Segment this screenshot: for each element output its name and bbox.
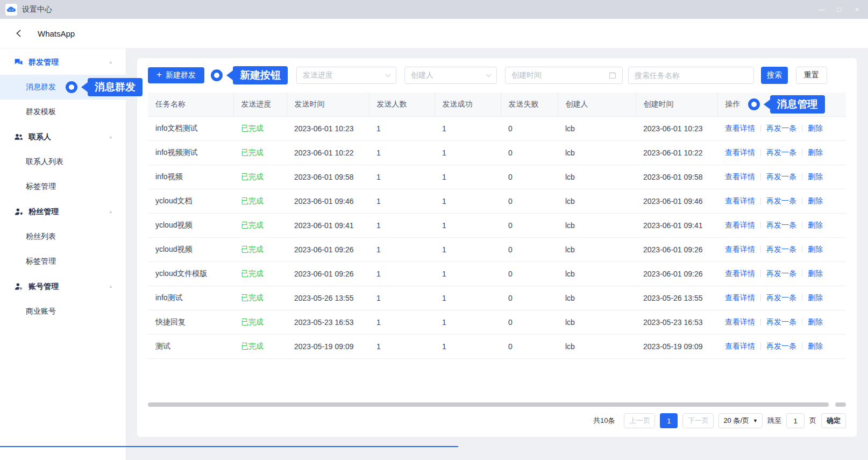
divider	[760, 246, 761, 253]
sidebar-section-fans-management[interactable]: 粉丝管理▲	[0, 199, 126, 224]
delete-link[interactable]: 删除	[808, 342, 823, 350]
delete-link[interactable]: 删除	[808, 293, 823, 302]
annotation-marker-icon	[66, 81, 77, 93]
creator-cell: lcb	[558, 310, 636, 334]
creator-cell: lcb	[558, 165, 636, 189]
view-detail-link[interactable]: 查看详情	[725, 124, 755, 132]
send-progress-select[interactable]: 发送进度	[296, 67, 396, 84]
view-detail-link[interactable]: 查看详情	[725, 172, 755, 181]
resend-link[interactable]: 再发一条	[766, 196, 796, 205]
fans-icon	[14, 207, 23, 216]
navbar: WhatsApp	[0, 19, 868, 48]
sidebar-item-label: 联系人列表	[26, 157, 63, 167]
send-time-cell: 2023-06-01 09:58	[287, 165, 369, 189]
maximize-icon[interactable]: □	[830, 0, 848, 19]
view-detail-link[interactable]: 查看详情	[725, 196, 755, 205]
divider	[802, 149, 802, 156]
resend-link[interactable]: 再发一条	[766, 293, 796, 302]
resend-link[interactable]: 再发一条	[766, 124, 796, 132]
delete-link[interactable]: 删除	[808, 317, 823, 326]
view-detail-link[interactable]: 查看详情	[725, 269, 755, 278]
reset-button[interactable]: 重置	[796, 67, 827, 84]
close-icon[interactable]: ×	[848, 0, 866, 19]
next-page-button[interactable]: 下一页	[682, 413, 714, 428]
delete-link[interactable]: 删除	[808, 269, 823, 278]
minimize-icon[interactable]: —	[813, 0, 830, 19]
view-detail-link[interactable]: 查看详情	[725, 317, 755, 326]
resend-link[interactable]: 再发一条	[766, 245, 796, 253]
row-actions: 查看详情再发一条删除	[717, 189, 846, 213]
send-failed-cell: 0	[501, 213, 558, 237]
page-title: WhatsApp	[38, 29, 75, 38]
resend-link[interactable]: 再发一条	[766, 317, 796, 326]
row-actions: 查看详情再发一条删除	[717, 116, 846, 140]
new-broadcast-button[interactable]: + 新建群发	[148, 67, 204, 83]
prev-page-button[interactable]: 上一页	[624, 413, 655, 428]
search-task-input[interactable]	[628, 67, 754, 84]
app-logo-icon	[5, 4, 17, 16]
view-detail-link[interactable]: 查看详情	[725, 148, 755, 157]
created-time-datepicker[interactable]: 创建时间	[505, 67, 623, 84]
collapse-arrow-icon[interactable]: ▲	[109, 209, 113, 214]
creator-cell: lcb	[558, 237, 636, 261]
row-actions: 查看详情再发一条删除	[717, 310, 846, 334]
view-detail-link[interactable]: 查看详情	[725, 221, 755, 229]
resend-link[interactable]: 再发一条	[766, 172, 796, 181]
sidebar-item-broadcast-template[interactable]: 群发模板	[0, 100, 126, 124]
created-time-cell: 2023-06-01 09:41	[636, 213, 717, 237]
confirm-button[interactable]: 确定	[821, 413, 846, 428]
creator-select[interactable]: 创建人	[404, 67, 497, 84]
annotation-arrow-icon	[226, 70, 233, 80]
send-count-cell: 1	[369, 165, 435, 189]
view-detail-link[interactable]: 查看详情	[725, 245, 755, 253]
table-body: info文档测试 已完成 2023-06-01 10:23 1 1 0 lcb …	[148, 116, 846, 358]
sidebar-item-message-broadcast[interactable]: 消息群发消息群发	[0, 75, 126, 100]
task-name-cell: ycloud文件模版	[148, 261, 233, 286]
send-count-cell: 1	[369, 334, 435, 358]
section-label: 群发管理	[29, 58, 59, 67]
collapse-arrow-icon[interactable]: ▲	[109, 135, 113, 139]
status-badge: 已完成	[233, 189, 287, 213]
sidebar-item-fans-list[interactable]: 粉丝列表	[0, 224, 126, 249]
sidebar-section-contacts[interactable]: 联系人▲	[0, 124, 126, 150]
resend-link[interactable]: 再发一条	[766, 148, 796, 157]
col-send-progress: 发送进度	[233, 93, 287, 116]
sidebar-item-business-account[interactable]: 商业账号	[0, 299, 126, 324]
sidebar-item-fans-tags-management[interactable]: 标签管理	[0, 249, 126, 274]
view-detail-link[interactable]: 查看详情	[725, 293, 755, 302]
collapse-arrow-icon[interactable]: ▲	[109, 284, 113, 289]
resend-link[interactable]: 再发一条	[766, 269, 796, 278]
send-count-cell: 1	[369, 213, 435, 237]
current-page-button[interactable]: 1	[660, 413, 678, 428]
sidebar-section-account-management[interactable]: 账号管理▲	[0, 274, 126, 299]
delete-link[interactable]: 删除	[808, 148, 823, 157]
sidebar-item-contacts-list[interactable]: 联系人列表	[0, 150, 126, 174]
send-success-cell: 1	[435, 213, 501, 237]
delete-link[interactable]: 删除	[808, 124, 823, 132]
resend-link[interactable]: 再发一条	[766, 221, 796, 229]
created-time-cell: 2023-06-01 09:26	[636, 237, 717, 261]
delete-link[interactable]: 删除	[808, 196, 823, 205]
annotation-arrow-icon	[81, 82, 88, 92]
back-button[interactable]	[14, 28, 25, 39]
task-name-cell: info测试	[148, 286, 233, 310]
collapse-arrow-icon[interactable]: ▲	[109, 60, 113, 65]
delete-link[interactable]: 删除	[808, 245, 823, 253]
view-detail-link[interactable]: 查看详情	[725, 342, 755, 350]
row-actions: 查看详情再发一条删除	[717, 286, 846, 310]
sidebar-section-broadcast-management[interactable]: 群发管理▲	[0, 49, 126, 75]
jump-page-input[interactable]	[786, 413, 805, 428]
task-name-cell: ycloud视频	[148, 213, 233, 237]
scrollbar-thumb[interactable]	[148, 402, 829, 407]
delete-link[interactable]: 删除	[808, 172, 823, 181]
delete-link[interactable]: 删除	[808, 221, 823, 229]
page-size-select[interactable]: 20 条/页 ▼	[718, 413, 763, 428]
sidebar-item-contacts-tags-management[interactable]: 标签管理	[0, 174, 126, 199]
created-time-cell: 2023-06-01 10:23	[636, 116, 717, 140]
divider	[802, 173, 802, 180]
resend-link[interactable]: 再发一条	[766, 342, 796, 350]
section-label: 联系人	[29, 132, 51, 142]
scrollbar-end-piece[interactable]	[835, 402, 846, 407]
search-button[interactable]: 搜索	[761, 67, 788, 84]
divider	[802, 343, 802, 350]
